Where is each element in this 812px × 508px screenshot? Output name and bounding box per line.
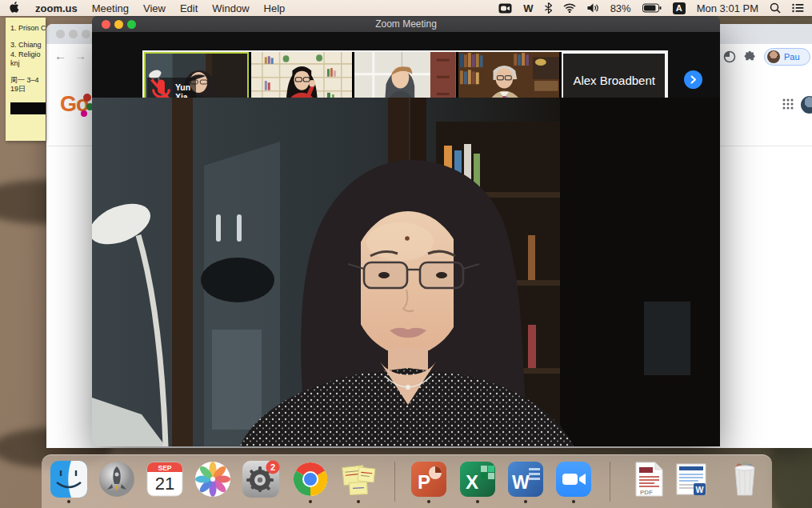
- pdf-label: PDF: [640, 489, 653, 496]
- window-title: Zoom Meeting: [375, 18, 437, 30]
- sticky-line: 3. Chiang: [10, 41, 46, 50]
- dock-word-icon[interactable]: W: [506, 460, 545, 498]
- zoom-meeting-window[interactable]: Zoom Meeting: [92, 16, 720, 446]
- google-account-avatar[interactable]: [801, 96, 812, 114]
- window-minimize-button[interactable]: [114, 20, 123, 29]
- calendar-day: 21: [155, 474, 174, 494]
- dock-trash-icon[interactable]: [726, 460, 764, 498]
- forward-icon[interactable]: →: [74, 49, 86, 62]
- stickies-note-window[interactable]: 1. Prison C 3. Chiang 4. Religio knj 周一 …: [6, 18, 46, 141]
- running-indicator: [357, 500, 360, 503]
- sticky-redacted-bar: [10, 102, 46, 114]
- apple-menu[interactable]: [10, 2, 21, 14]
- running-indicator: [476, 500, 479, 503]
- input-source-icon[interactable]: A: [673, 2, 686, 14]
- menu-bar: zoom.us Meeting View Edit Window Help W …: [0, 0, 812, 16]
- notification-center-icon[interactable]: [792, 3, 804, 13]
- dock: SEP21 2 P X W: [42, 454, 772, 508]
- running-indicator: [427, 500, 430, 503]
- browser-profile-chip[interactable]: Pau: [764, 48, 810, 66]
- dock-excel-icon[interactable]: X: [458, 460, 497, 498]
- dock-chrome-icon[interactable]: [291, 460, 330, 498]
- dock-divider: [610, 462, 610, 502]
- dock-launchpad-icon[interactable]: [98, 460, 136, 498]
- browser-minimize-button[interactable]: [69, 30, 78, 38]
- main-video: [92, 98, 720, 446]
- volume-icon[interactable]: [587, 3, 599, 13]
- chevron-right-icon: [689, 75, 698, 84]
- google-apps-grid-icon[interactable]: [782, 98, 794, 110]
- running-indicator: [309, 500, 312, 503]
- google-doodle: [81, 110, 87, 117]
- wifi-icon[interactable]: [563, 3, 576, 13]
- extensions-puzzle-icon[interactable]: [743, 50, 757, 64]
- sticky-line: knj: [10, 59, 46, 68]
- dock-zoom-icon[interactable]: [554, 460, 593, 498]
- browser-close-button[interactable]: [56, 30, 65, 38]
- zoom-status-icon[interactable]: [498, 3, 512, 14]
- extension-badge-icon[interactable]: [723, 50, 736, 63]
- profile-chip-label: Pau: [784, 52, 800, 62]
- apple-logo-icon: [10, 2, 21, 14]
- window-close-button[interactable]: [102, 20, 110, 29]
- browser-zoom-button[interactable]: [82, 30, 90, 38]
- menu-meeting[interactable]: Meeting: [92, 2, 129, 14]
- spotlight-search-icon[interactable]: [770, 2, 781, 14]
- battery-percent: 83%: [610, 2, 631, 14]
- dock-word-document-icon[interactable]: W: [672, 460, 710, 498]
- zoom-title-bar[interactable]: Zoom Meeting: [92, 16, 720, 32]
- menu-app-name[interactable]: zoom.us: [35, 2, 78, 14]
- next-participants-button[interactable]: [684, 70, 702, 89]
- w-extension-icon[interactable]: W: [523, 2, 533, 14]
- running-indicator: [67, 500, 70, 503]
- dock-powerpoint-icon[interactable]: P: [410, 460, 448, 498]
- excel-letter: X: [466, 471, 478, 493]
- dock-calendar-icon[interactable]: SEP21: [146, 460, 184, 498]
- main-video-frame: [92, 98, 720, 446]
- word-letter: W: [512, 472, 530, 493]
- dock-finder-icon[interactable]: [50, 460, 88, 498]
- back-icon[interactable]: ←: [54, 49, 66, 62]
- menu-window[interactable]: Window: [212, 2, 249, 14]
- powerpoint-letter: P: [418, 471, 430, 493]
- menu-clock[interactable]: Mon 3:01 PM: [697, 2, 758, 14]
- menu-help[interactable]: Help: [264, 2, 286, 14]
- window-fullscreen-button[interactable]: [127, 20, 136, 29]
- google-doodle: [83, 94, 91, 102]
- notification-badge: 2: [270, 462, 275, 472]
- bluetooth-icon[interactable]: [545, 2, 552, 14]
- dock-photos-icon[interactable]: [194, 460, 232, 498]
- dock-stickies-icon[interactable]: [339, 460, 378, 498]
- sticky-line: 19日: [10, 85, 46, 94]
- sticky-line: 周一 3–4: [10, 76, 46, 85]
- running-indicator: [524, 500, 527, 503]
- battery-icon[interactable]: [642, 3, 662, 13]
- calendar-month: SEP: [158, 464, 171, 472]
- participant-filmstrip: Yun Xia: [92, 32, 720, 98]
- desktop: ← → Pau Go: [0, 0, 812, 508]
- participant-name: Alex Broadbent: [573, 74, 655, 87]
- profile-avatar: [767, 50, 780, 63]
- dock-pdf-document-icon[interactable]: PDF: [630, 460, 668, 498]
- menu-view[interactable]: View: [143, 2, 166, 14]
- dock-system-preferences-icon[interactable]: 2: [242, 460, 280, 498]
- dock-divider: [394, 462, 395, 502]
- sticky-line: 1. Prison C: [10, 24, 46, 33]
- running-indicator: [572, 500, 575, 503]
- menu-edit[interactable]: Edit: [180, 2, 198, 14]
- sticky-line: 4. Religio: [10, 50, 46, 59]
- word-doc-badge: W: [696, 485, 704, 494]
